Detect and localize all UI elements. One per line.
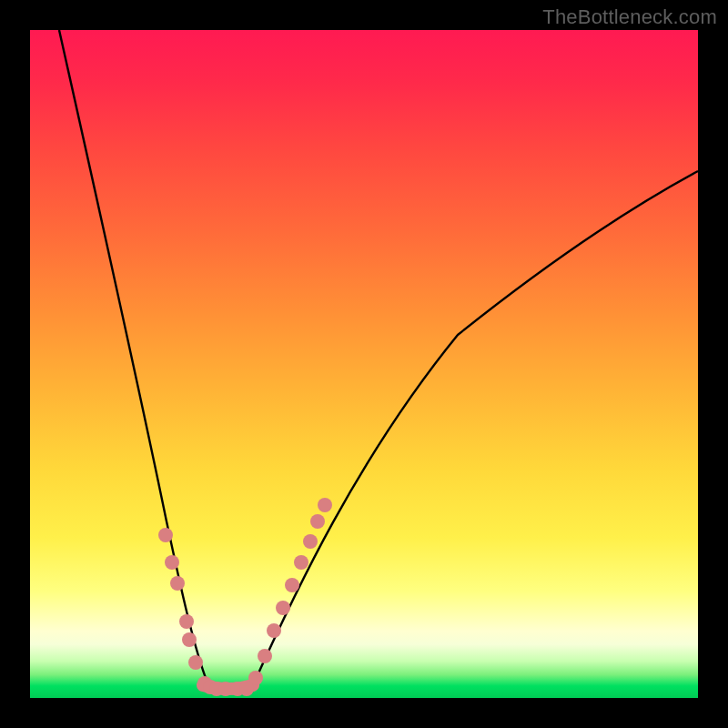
right-markers — [239, 498, 332, 696]
chart-svg — [30, 30, 698, 698]
svg-point-0 — [158, 528, 173, 542]
svg-point-3 — [179, 614, 194, 629]
svg-point-2 — [170, 576, 185, 591]
svg-point-13 — [258, 649, 272, 663]
left-markers — [158, 528, 245, 696]
svg-point-4 — [182, 632, 197, 647]
curve-right-branch — [253, 171, 698, 685]
watermark-text: TheBottleneck.com — [542, 5, 717, 29]
svg-point-16 — [285, 578, 299, 592]
curve-left-branch — [59, 30, 208, 685]
svg-point-12 — [248, 671, 263, 685]
svg-point-17 — [294, 555, 308, 570]
chart-stage: TheBottleneck.com — [0, 0, 728, 728]
svg-point-15 — [276, 601, 290, 615]
svg-point-20 — [318, 498, 332, 512]
svg-point-18 — [303, 534, 318, 549]
svg-point-1 — [165, 555, 179, 570]
svg-point-19 — [310, 514, 325, 529]
svg-point-5 — [188, 655, 203, 670]
svg-point-14 — [267, 623, 281, 638]
